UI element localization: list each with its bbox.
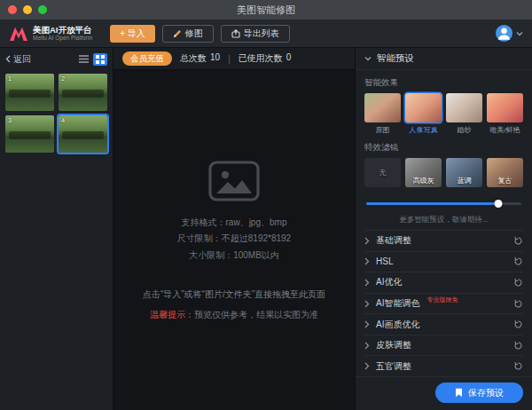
chevron-right-icon [364,257,370,265]
dimension-limit-text: 尺寸限制：不超过8192*8192 [177,231,291,248]
supported-formats-text: 支持格式：raw、jpg、bmp [177,215,291,232]
save-preset-button[interactable]: 保存预设 [435,382,523,403]
reset-icon[interactable] [513,236,523,246]
chevron-right-icon [364,300,370,308]
chevron-left-icon [5,55,11,63]
more-presets-text: 更多智能预设，敬请期待... [364,215,523,225]
titlebar: 美图智能修图 [0,0,532,20]
chevron-right-icon [364,279,370,287]
effect-portrait-selected[interactable]: 人像写真 [405,93,442,135]
filters-row: 无 高级灰 蓝调 复古 [364,158,523,187]
retouch-button[interactable]: 修图 [162,25,214,43]
warm-tip-prefix: 温馨提示： [150,310,194,319]
import-button[interactable]: + 导入 [110,25,155,43]
filter-retro[interactable]: 复古 [487,158,523,187]
filter-blue-tone[interactable]: 蓝调 [446,158,482,187]
drop-hint-text: 点击“导入”或将“图片/文件夹”直接拖拽至此页面 [143,288,325,301]
section-ai-quality[interactable]: AI画质优化 [364,313,523,335]
total-count: 总次数 10 [180,52,220,65]
reset-icon[interactable] [513,299,523,309]
chevron-right-icon [364,237,370,245]
reset-icon[interactable] [513,361,523,371]
credits-bar: 会员充值 总次数 10 | 已使用次数 0 [113,48,355,70]
brand-subtitle: Meitu AI Open Platform [33,35,92,42]
smart-preset-header[interactable]: 智能预设 [356,48,532,70]
reset-icon[interactable] [513,341,523,351]
brand-name: 美图AI开放平台 [33,25,92,35]
retouch-button-label: 修图 [185,28,203,40]
brand: 美图AI开放平台 Meitu AI Open Platform [9,25,92,42]
export-icon [231,29,240,38]
effect-original[interactable]: 原图 [364,93,401,135]
back-button[interactable]: 返回 [5,53,31,66]
filter-none[interactable]: 无 [364,158,401,187]
photo-thumbnail[interactable]: 2 [59,74,107,111]
filters-title: 特效滤镜 [364,142,523,154]
slider-fill [366,202,498,205]
section-ai-color-grading[interactable]: AI智能调色 专业版限免 [364,293,523,314]
avatar-chevron-down-icon[interactable] [516,31,523,36]
photo-thumbnail[interactable]: 1 [5,74,54,111]
effect-wedding[interactable]: 婚纱 [446,93,482,135]
thumbnail-index: 2 [61,75,65,83]
minimize-window-button[interactable] [23,5,32,14]
section-ai-optimize[interactable]: AI优化 [364,272,523,293]
save-preset-label: 保存预设 [468,387,504,399]
window-title: 美图智能修图 [0,4,532,17]
slider-thumb[interactable] [494,200,502,208]
bookmark-icon [455,388,463,398]
thumbnail-index: 4 [61,116,65,124]
photo-thumbnail-selected[interactable]: 4 [59,115,107,153]
chevron-right-icon [364,342,370,350]
close-window-button[interactable] [8,5,17,14]
traffic-lights [8,5,47,14]
filter-premium-gray[interactable]: 高级灰 [405,158,442,187]
adjustment-sections: 基础调整 HSL AI优化 AI智能调色 [364,230,523,376]
workspace: 会员充值 总次数 10 | 已使用次数 0 [113,48,355,410]
photo-thumbnail[interactable]: 3 [5,115,54,153]
meitu-logo-icon [9,26,28,42]
divider: | [228,54,231,64]
retouch-icon [173,29,182,38]
filter-strength-slider[interactable] [366,199,521,209]
user-avatar[interactable] [496,25,512,42]
chevron-down-icon [364,56,372,61]
reset-icon[interactable] [513,278,523,288]
effects-row: 原图 人像写真 婚纱 唯美/鲜艳 [364,93,523,135]
app-window: 美图智能修图 美图AI开放平台 Meitu AI Open Platform +… [0,0,532,410]
export-list-button[interactable]: 导出列表 [221,25,290,43]
back-button-label: 返回 [13,53,31,66]
thumbnail-index: 3 [8,116,12,124]
photo-list-panel: 返回 1 2 3 4 [0,48,113,410]
section-hsl[interactable]: HSL [364,251,523,272]
total-count-value: 10 [210,52,220,65]
reset-icon[interactable] [513,319,523,329]
import-button-label: + 导入 [120,28,145,40]
member-recharge-label: 会员充值 [130,53,164,65]
zoom-window-button[interactable] [38,5,47,14]
export-list-button-label: 导出列表 [244,28,279,40]
reset-icon[interactable] [513,256,523,266]
section-basic-adjust[interactable]: 基础调整 [364,230,523,251]
adjustments-panel: 智能预设 智能效果 原图 人像写真 婚纱 [355,48,532,410]
image-placeholder-icon [208,159,260,201]
thumbnail-index: 1 [8,75,12,83]
chevron-right-icon [364,320,370,328]
pro-free-badge: 专业版限免 [426,296,458,304]
used-count: 已使用次数 0 [239,52,292,65]
grid-view-icon[interactable] [93,53,107,66]
filesize-limit-text: 大小限制：100MB以内 [177,248,291,264]
used-count-value: 0 [286,52,292,65]
app-header: 美图AI开放平台 Meitu AI Open Platform + 导入 修图 … [0,20,532,48]
smart-preset-header-label: 智能预设 [377,52,414,65]
section-skin-adjust[interactable]: 皮肤调整 [364,335,523,356]
list-view-icon[interactable] [76,53,90,66]
member-recharge-button[interactable]: 会员充值 [122,51,172,66]
thumbnail-grid: 1 2 3 4 [0,70,113,156]
chevron-right-icon [364,362,370,370]
warm-tip-text: 温馨提示：预览仅供参考，结果以实图为准 [150,309,318,321]
import-dropzone[interactable]: 支持格式：raw、jpg、bmp 尺寸限制：不超过8192*8192 大小限制：… [113,70,355,410]
effect-vivid[interactable]: 唯美/鲜艳 [487,93,523,135]
smart-effects-title: 智能效果 [364,77,523,89]
section-facial-features[interactable]: 五官调整 [364,355,523,376]
